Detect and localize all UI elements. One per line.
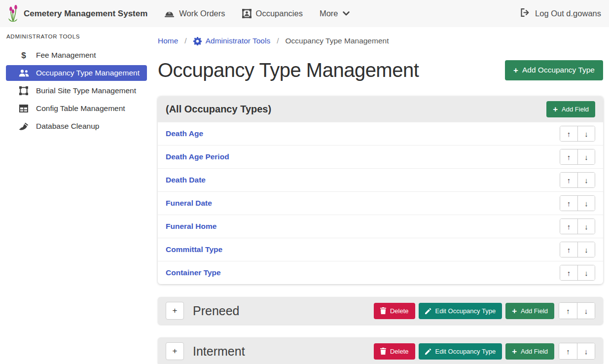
delete-button[interactable]: Delete xyxy=(374,303,415,319)
brand[interactable]: Cemetery Management System xyxy=(7,5,147,23)
add-field-button[interactable]: + Add Field xyxy=(546,101,595,117)
sidebar-item-occupancy-type-management[interactable]: Occupancy Type Management xyxy=(6,65,147,81)
move-down-button[interactable]: ↓ xyxy=(577,219,595,234)
sidebar-item-fee-management[interactable]: $ Fee Management xyxy=(6,47,147,63)
edit-occupancy-type-label: Edit Occupancy Type xyxy=(435,307,496,315)
move-down-button[interactable]: ↓ xyxy=(577,126,595,141)
move-down-button[interactable]: ↓ xyxy=(577,343,595,359)
edit-occupancy-type-label: Edit Occupancy Type xyxy=(435,348,496,355)
section-title: Interment xyxy=(193,344,245,359)
section-preneed: + Preneed Delete xyxy=(158,297,603,325)
sidebar-item-config-table-management[interactable]: Config Table Management xyxy=(6,101,147,116)
breadcrumb-admin-tools-label: Administrator Tools xyxy=(206,36,271,45)
section-title: Preneed xyxy=(193,304,240,318)
field-link-funeral-home[interactable]: Funeral Home xyxy=(166,222,216,231)
trash-icon xyxy=(380,348,386,355)
main-content: Home / Administrator Tools / Occupancy T… xyxy=(153,27,609,364)
field-link-committal-type[interactable]: Committal Type xyxy=(166,245,222,254)
delete-button[interactable]: Delete xyxy=(374,343,415,360)
field-row: Funeral Date ↑ ↓ xyxy=(158,191,603,215)
reorder-group: ↑ ↓ xyxy=(560,242,595,257)
sidebar-item-database-cleanup[interactable]: Database Cleanup xyxy=(6,118,147,134)
expand-button[interactable]: + xyxy=(166,342,184,360)
tulip-logo-icon xyxy=(7,5,19,23)
edit-occupancy-type-button[interactable]: Edit Occupancy Type xyxy=(419,303,502,319)
move-up-button[interactable]: ↑ xyxy=(560,196,577,211)
move-up-button[interactable]: ↑ xyxy=(559,303,577,319)
top-navbar: Cemetery Management System Work Orders O… xyxy=(0,0,609,27)
move-down-button[interactable]: ↓ xyxy=(577,173,595,187)
nav-logout[interactable]: Log Out d.gowans xyxy=(521,8,602,19)
table-icon xyxy=(17,105,30,112)
reorder-group: ↑ ↓ xyxy=(559,302,595,319)
breadcrumb-separator: / xyxy=(277,36,279,45)
nav-more-label: More xyxy=(320,9,338,18)
broom-icon xyxy=(17,122,30,131)
move-up-button[interactable]: ↑ xyxy=(560,126,577,141)
sidebar-heading: ADMINISTRATOR TOOLS xyxy=(0,34,153,39)
nav-more[interactable]: More xyxy=(320,9,350,18)
all-occupancy-types-header: (All Occupancy Types) + Add Field xyxy=(158,96,603,122)
trash-icon xyxy=(380,307,386,314)
logout-icon xyxy=(521,8,530,19)
move-up-button[interactable]: ↑ xyxy=(560,219,577,234)
dollar-icon: $ xyxy=(17,51,30,60)
add-occupancy-type-button[interactable]: + Add Occupancy Type xyxy=(505,60,603,80)
vector-square-icon xyxy=(17,86,30,95)
reorder-group: ↑ ↓ xyxy=(559,343,595,360)
field-row: Death Age ↑ ↓ xyxy=(158,122,603,145)
move-down-button[interactable]: ↓ xyxy=(577,149,595,164)
sidebar-item-label: Config Table Management xyxy=(36,104,125,113)
field-row: Funeral Home ↑ ↓ xyxy=(158,215,603,238)
section-interment: + Interment Delete xyxy=(158,337,603,364)
edit-occupancy-type-button[interactable]: Edit Occupancy Type xyxy=(419,343,502,360)
pencil-icon xyxy=(425,308,431,314)
reorder-group: ↑ ↓ xyxy=(560,195,595,211)
move-up-button[interactable]: ↑ xyxy=(560,173,577,187)
move-down-button[interactable]: ↓ xyxy=(577,265,595,280)
add-field-button[interactable]: + Add Field xyxy=(505,343,554,360)
reorder-group: ↑ ↓ xyxy=(560,265,595,281)
field-row: Committal Type ↑ ↓ xyxy=(158,238,603,261)
move-down-button[interactable]: ↓ xyxy=(577,303,595,319)
breadcrumb: Home / Administrator Tools / Occupancy T… xyxy=(158,35,603,47)
brand-title: Cemetery Management System xyxy=(24,9,147,19)
field-link-death-age[interactable]: Death Age xyxy=(166,129,203,138)
move-up-button[interactable]: ↑ xyxy=(559,343,577,359)
portrait-icon xyxy=(242,9,251,18)
nav-work-orders[interactable]: Work Orders xyxy=(164,9,225,18)
breadcrumb-current: Occupancy Type Management xyxy=(286,36,389,45)
add-field-label: Add Field xyxy=(521,307,548,315)
move-down-button[interactable]: ↓ xyxy=(577,196,595,211)
field-link-death-date[interactable]: Death Date xyxy=(166,176,206,184)
chevron-down-icon xyxy=(343,11,350,16)
all-occupancy-types-title: (All Occupancy Types) xyxy=(166,104,271,115)
delete-label: Delete xyxy=(390,348,409,355)
sidebar-item-label: Database Cleanup xyxy=(36,122,99,131)
move-up-button[interactable]: ↑ xyxy=(560,265,577,280)
breadcrumb-home-link[interactable]: Home xyxy=(158,36,178,45)
pencil-icon xyxy=(425,348,431,355)
field-link-container-type[interactable]: Container Type xyxy=(166,268,221,277)
add-occupancy-type-label: Add Occupancy Type xyxy=(522,66,595,74)
field-link-death-age-period[interactable]: Death Age Period xyxy=(166,152,229,161)
sidebar-item-label: Burial Site Type Management xyxy=(36,86,136,95)
expand-button[interactable]: + xyxy=(166,302,184,320)
add-field-label: Add Field xyxy=(562,106,589,113)
nav-occupancies[interactable]: Occupancies xyxy=(242,9,303,18)
sidebar-item-burial-site-type-management[interactable]: Burial Site Type Management xyxy=(6,83,147,99)
move-up-button[interactable]: ↑ xyxy=(560,242,577,257)
reorder-group: ↑ ↓ xyxy=(560,218,595,234)
breadcrumb-admin-tools-link[interactable]: Administrator Tools xyxy=(193,36,271,45)
field-link-funeral-date[interactable]: Funeral Date xyxy=(166,199,212,208)
nav-occupancies-label: Occupancies xyxy=(256,9,303,18)
reorder-group: ↑ ↓ xyxy=(560,149,595,165)
plus-icon: + xyxy=(512,347,517,356)
plus-icon: + xyxy=(513,66,518,74)
move-down-button[interactable]: ↓ xyxy=(577,242,595,257)
move-up-button[interactable]: ↑ xyxy=(560,149,577,164)
plus-icon: + xyxy=(553,105,558,113)
add-field-button[interactable]: + Add Field xyxy=(505,303,554,319)
section-actions: Delete Edit Occupancy Type + Add Field xyxy=(374,302,595,319)
reorder-group: ↑ ↓ xyxy=(560,126,595,142)
